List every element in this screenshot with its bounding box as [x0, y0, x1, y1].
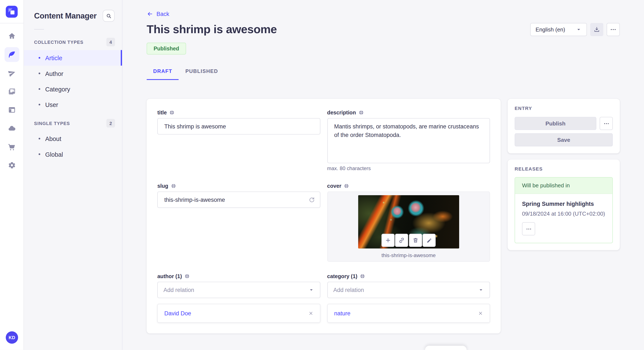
- version-tabs: DRAFT PUBLISHED: [146, 68, 644, 80]
- field-description: description Mantis shrimps, or stomatopo…: [327, 110, 490, 172]
- sidebar-item-global[interactable]: Global: [24, 146, 122, 162]
- category-relation-select[interactable]: Add relation: [327, 282, 490, 298]
- remove-relation-icon[interactable]: [478, 311, 483, 316]
- i18n-globe-icon: [358, 110, 364, 115]
- description-value: Mantis shrimps, or stomatopods, are mari…: [334, 123, 479, 138]
- release-more-button[interactable]: [522, 222, 535, 235]
- strapi-logo[interactable]: [6, 5, 18, 17]
- category-field-label: category (1): [327, 273, 357, 279]
- tab-draft[interactable]: DRAFT: [146, 68, 179, 80]
- edit-media-button[interactable]: [422, 234, 436, 247]
- media-library-icon[interactable]: [4, 84, 19, 99]
- send-icon[interactable]: [4, 66, 19, 80]
- locale-select[interactable]: English (en): [530, 23, 587, 36]
- settings-gear-icon[interactable]: [4, 158, 19, 173]
- author-relation-item[interactable]: David Doe: [158, 304, 320, 323]
- description-field-label: description: [327, 110, 356, 116]
- pencil-icon: [426, 237, 432, 243]
- sidebar-item-user[interactable]: User: [24, 97, 122, 112]
- sidebar-item-article[interactable]: Article: [24, 50, 122, 65]
- bullet-icon: [38, 88, 40, 90]
- field-title: title This shrimp is awesome: [158, 110, 320, 172]
- collection-types-label: COLLECTION TYPES: [34, 39, 84, 44]
- marketplace-cart-icon[interactable]: [4, 140, 19, 154]
- releases-panel: RELEASES Will be published in Spring Sum…: [508, 160, 620, 250]
- sidebar-item-author[interactable]: Author: [24, 66, 122, 81]
- more-horizontal-icon: [526, 226, 532, 232]
- search-button[interactable]: [103, 10, 114, 22]
- cloud-icon[interactable]: [4, 121, 19, 136]
- tab-published[interactable]: PUBLISHED: [179, 68, 225, 80]
- sidebar-item-label: Category: [45, 85, 70, 93]
- single-types-label: SINGLE TYPES: [34, 121, 70, 126]
- sidebar-item-about[interactable]: About: [24, 131, 122, 146]
- field-cover: cover: [327, 183, 490, 262]
- relation-link[interactable]: nature: [334, 310, 350, 317]
- cover-media-box: this-shrimp-is-awesome: [327, 191, 490, 262]
- author-field-label: author (1): [158, 273, 182, 279]
- more-actions-button[interactable]: [606, 23, 620, 36]
- entry-form-card: title This shrimp is awesome descriptio: [146, 99, 500, 334]
- divider: [34, 29, 44, 29]
- main-content: Back This shrimp is awesome English (en): [122, 0, 644, 350]
- field-category: category (1) Add relation: [327, 273, 490, 323]
- locale-value: English (en): [536, 26, 565, 32]
- app-window: KD Content Manager COLLECTION TYPES 4 Ar…: [0, 0, 644, 350]
- slug-field-label: slug: [158, 183, 168, 189]
- author-relation-select[interactable]: Add relation: [158, 282, 320, 298]
- download-button[interactable]: [590, 23, 603, 36]
- sidebar-item-label: Article: [45, 54, 62, 61]
- cover-image-mantis-shrimp: [358, 195, 459, 249]
- home-icon[interactable]: [4, 29, 19, 43]
- back-link[interactable]: Back: [146, 11, 169, 17]
- title-input[interactable]: This shrimp is awesome: [158, 118, 320, 134]
- sidebar-title: Content Manager: [34, 11, 97, 20]
- more-horizontal-icon: [603, 120, 609, 127]
- field-slug: slug this-shrimp-is-awesome: [158, 183, 320, 262]
- floating-widget-partial[interactable]: [425, 346, 466, 350]
- content-manager-feather-icon[interactable]: [4, 47, 19, 62]
- publish-button[interactable]: Publish: [514, 117, 596, 130]
- remove-relation-icon[interactable]: [308, 311, 313, 316]
- single-types-header: SINGLE TYPES 2: [34, 119, 115, 127]
- delete-media-button[interactable]: [409, 234, 422, 247]
- logo-container: [0, 0, 24, 23]
- content-manager-sidebar: Content Manager COLLECTION TYPES 4 Artic…: [24, 0, 122, 350]
- category-relation-item[interactable]: nature: [327, 304, 490, 323]
- search-icon: [106, 13, 112, 19]
- chevron-down-icon: [478, 287, 484, 293]
- regenerate-slug-icon[interactable]: [308, 196, 315, 203]
- sidebar-item-label: About: [45, 135, 61, 142]
- i18n-globe-icon: [344, 183, 349, 189]
- slug-input[interactable]: this-shrimp-is-awesome: [158, 191, 320, 208]
- bullet-icon: [38, 72, 40, 74]
- single-types-count: 2: [106, 119, 115, 127]
- collection-types-count: 4: [106, 38, 115, 46]
- relation-link[interactable]: David Doe: [164, 310, 191, 317]
- field-author: author (1) Add relation Da: [158, 273, 320, 323]
- sidebar-item-label: Author: [45, 70, 63, 77]
- avatar[interactable]: KD: [6, 332, 18, 344]
- bullet-icon: [38, 104, 40, 105]
- collection-types-header: COLLECTION TYPES 4: [34, 38, 115, 46]
- cover-caption: this-shrimp-is-awesome: [382, 253, 436, 258]
- bullet-icon: [38, 153, 40, 155]
- content-type-builder-icon[interactable]: [4, 103, 19, 117]
- sidebar-item-category[interactable]: Category: [24, 81, 122, 97]
- arrow-left-icon: [146, 11, 153, 17]
- download-icon: [594, 26, 600, 33]
- entry-more-button[interactable]: [600, 117, 613, 130]
- i18n-globe-icon: [171, 183, 176, 189]
- i18n-globe-icon: [184, 273, 190, 279]
- description-textarea[interactable]: Mantis shrimps, or stomatopods, are mari…: [327, 118, 490, 163]
- sidebar-item-label: User: [45, 101, 58, 108]
- cover-field-label: cover: [327, 183, 342, 189]
- i18n-globe-icon: [169, 110, 175, 115]
- copy-link-button[interactable]: [395, 234, 408, 247]
- add-media-button[interactable]: [382, 234, 394, 247]
- release-card: Will be published in Spring Summer highl…: [514, 177, 613, 243]
- trash-icon: [412, 237, 419, 244]
- save-button[interactable]: Save: [514, 133, 613, 147]
- release-name[interactable]: Spring Summer highlights: [522, 200, 605, 207]
- status-badge: Published: [146, 43, 186, 55]
